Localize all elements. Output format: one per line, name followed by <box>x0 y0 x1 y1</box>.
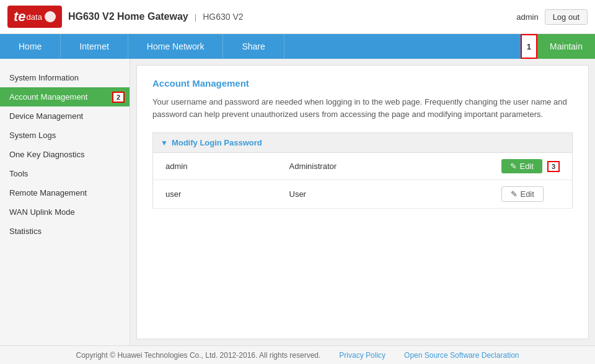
maintain-number-badge: 1 <box>521 34 537 59</box>
sidebar-item-system-logs[interactable]: System Logs <box>0 126 130 145</box>
logo-circle <box>45 11 56 22</box>
content-title: Account Management <box>152 78 573 89</box>
section-header: ▼ Modify Login Password <box>152 132 573 153</box>
sidebar-item-wan-uplink-mode[interactable]: WAN Uplink Mode <box>0 202 130 222</box>
sidebar-item-account-management[interactable]: Account Management 2 <box>0 87 130 106</box>
sidebar-item-system-information[interactable]: System Information <box>0 68 130 87</box>
header-subtitle: HG630 V2 <box>203 12 243 22</box>
nav-item-share[interactable]: Share <box>223 34 284 59</box>
sidebar-item-one-key-diagnostics[interactable]: One Key Diagnostics <box>0 145 130 164</box>
edit-admin-badge: 3 <box>547 161 560 172</box>
nav-item-internet[interactable]: Internet <box>61 34 128 59</box>
nav-item-home-network[interactable]: Home Network <box>128 34 224 59</box>
footer-copyright: Copyright © Huawei Technologies Co., Ltd… <box>76 351 321 360</box>
logo-data: data <box>27 12 42 22</box>
main-layout: System Information Account Management 2 … <box>0 59 595 345</box>
section-arrow-icon: ▼ <box>161 139 168 147</box>
maintain-button[interactable]: Maintain <box>537 34 595 59</box>
table-row: user User ✎ Edit <box>153 180 573 209</box>
sidebar-badge: 2 <box>112 92 125 103</box>
header-divider: | <box>195 12 196 22</box>
edit-icon: ✎ <box>510 162 517 171</box>
footer-opensource-link[interactable]: Open Source Software Declaration <box>404 351 519 360</box>
logo-te: te <box>14 9 26 25</box>
sidebar-item-device-management[interactable]: Device Management <box>0 106 130 126</box>
nav-item-home[interactable]: Home <box>0 34 61 59</box>
account-table: admin Administrator ✎ Edit 3 user User <box>152 153 573 209</box>
section-header-text: Modify Login Password <box>172 138 262 147</box>
footer-privacy-link[interactable]: Privacy Policy <box>339 351 386 360</box>
sidebar-item-statistics[interactable]: Statistics <box>0 222 130 241</box>
header-title: HG630 V2 Home Gateway <box>68 11 188 22</box>
table-cell-action-user: ✎ Edit <box>427 180 572 209</box>
table-cell-role-user: User <box>277 180 428 209</box>
header: te data HG630 V2 Home Gateway | HG630 V2… <box>0 0 595 34</box>
logout-button[interactable]: Log out <box>545 9 588 25</box>
table-row: admin Administrator ✎ Edit 3 <box>153 153 573 180</box>
admin-label: admin <box>516 12 538 22</box>
sidebar: System Information Account Management 2 … <box>0 59 130 345</box>
content-area: Account Management Your username and pas… <box>136 65 589 339</box>
footer: Copyright © Huawei Technologies Co., Ltd… <box>0 345 595 364</box>
edit-icon-user: ✎ <box>511 189 518 199</box>
table-cell-username-admin: admin <box>153 153 277 180</box>
logo: te data <box>7 6 62 28</box>
edit-user-button[interactable]: ✎ Edit <box>501 186 543 202</box>
content-description: Your username and password are needed wh… <box>152 96 573 120</box>
sidebar-item-tools[interactable]: Tools <box>0 164 130 183</box>
sidebar-item-remote-management[interactable]: Remote Management <box>0 183 130 202</box>
table-cell-action-admin: ✎ Edit 3 <box>427 153 572 180</box>
nav-bar: Home Internet Home Network Share 1 Maint… <box>0 34 595 59</box>
edit-admin-button[interactable]: ✎ Edit <box>501 159 542 173</box>
table-cell-username-user: user <box>153 180 277 209</box>
header-right: admin Log out <box>516 9 588 25</box>
nav-maintain: 1 Maintain <box>521 34 595 59</box>
table-cell-role-admin: Administrator <box>277 153 428 180</box>
